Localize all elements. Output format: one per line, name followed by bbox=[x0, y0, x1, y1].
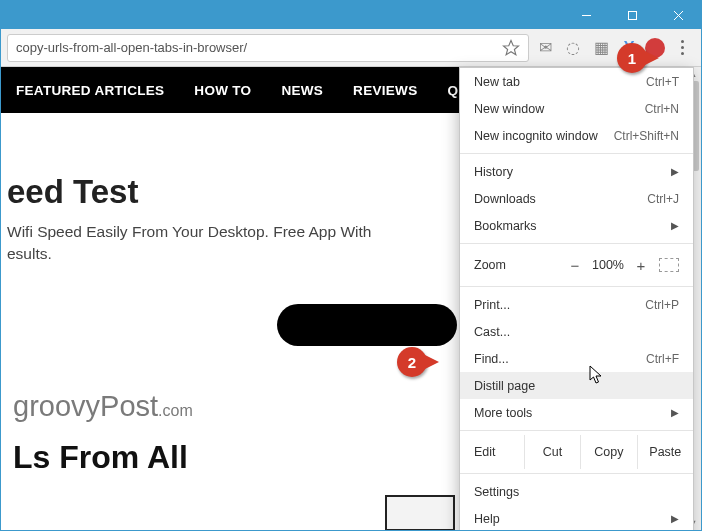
mouse-cursor-icon bbox=[589, 365, 604, 385]
menu-history[interactable]: History▶ bbox=[460, 158, 693, 185]
menu-copy[interactable]: Copy bbox=[580, 435, 636, 469]
bookmark-star-icon[interactable] bbox=[502, 39, 520, 57]
menu-cast[interactable]: Cast... bbox=[460, 318, 693, 345]
close-button[interactable] bbox=[655, 1, 701, 29]
menu-label: Find... bbox=[474, 352, 509, 366]
menu-shortcut: Ctrl+T bbox=[646, 75, 679, 89]
menu-shortcut: Ctrl+N bbox=[645, 102, 679, 116]
nav-featured-articles[interactable]: FEATURED ARTICLES bbox=[1, 83, 179, 98]
zoom-in-button[interactable]: + bbox=[629, 257, 653, 274]
menu-label: New window bbox=[474, 102, 544, 116]
minimize-button[interactable] bbox=[563, 1, 609, 29]
submenu-arrow-icon: ▶ bbox=[671, 407, 679, 418]
menu-label: Help bbox=[474, 512, 500, 526]
menu-new-incognito[interactable]: New incognito windowCtrl+Shift+N bbox=[460, 122, 693, 149]
submenu-arrow-icon: ▶ bbox=[671, 513, 679, 524]
menu-label: New tab bbox=[474, 75, 520, 89]
extension-icon-3[interactable]: ▦ bbox=[589, 36, 613, 60]
svg-rect-1 bbox=[628, 11, 636, 19]
chrome-menu-button[interactable] bbox=[669, 35, 695, 61]
url-text: copy-urls-from-all-open-tabs-in-browser/ bbox=[16, 40, 502, 55]
ad-cta-button[interactable] bbox=[277, 304, 457, 346]
nav-how-to[interactable]: HOW TO bbox=[179, 83, 266, 98]
annotation-callout-2: 2 bbox=[397, 347, 427, 377]
thumbnail-box[interactable] bbox=[385, 495, 455, 531]
menu-more-tools[interactable]: More tools▶ bbox=[460, 399, 693, 426]
window-titlebar bbox=[1, 1, 701, 29]
zoom-label: Zoom bbox=[474, 258, 563, 272]
menu-label: Distill page bbox=[474, 379, 535, 393]
address-bar: copy-urls-from-all-open-tabs-in-browser/… bbox=[1, 29, 701, 67]
submenu-arrow-icon: ▶ bbox=[671, 220, 679, 231]
zoom-out-button[interactable]: − bbox=[563, 257, 587, 274]
menu-label: Downloads bbox=[474, 192, 536, 206]
svg-marker-4 bbox=[504, 40, 519, 54]
menu-help[interactable]: Help▶ bbox=[460, 505, 693, 531]
extension-icon-2[interactable]: ◌ bbox=[561, 36, 585, 60]
menu-zoom-row: Zoom − 100% + bbox=[460, 248, 693, 282]
menu-label: More tools bbox=[474, 406, 532, 420]
menu-label: New incognito window bbox=[474, 129, 598, 143]
submenu-arrow-icon: ▶ bbox=[671, 166, 679, 177]
maximize-button[interactable] bbox=[609, 1, 655, 29]
menu-shortcut: Ctrl+Shift+N bbox=[614, 129, 679, 143]
extension-icon-1[interactable]: ✉ bbox=[533, 36, 557, 60]
chrome-menu-dropdown: New tabCtrl+T New windowCtrl+N New incog… bbox=[459, 67, 694, 531]
menu-downloads[interactable]: DownloadsCtrl+J bbox=[460, 185, 693, 212]
menu-find[interactable]: Find...Ctrl+F bbox=[460, 345, 693, 372]
menu-print[interactable]: Print...Ctrl+P bbox=[460, 291, 693, 318]
nav-news[interactable]: NEWS bbox=[266, 83, 338, 98]
menu-label: Cast... bbox=[474, 325, 510, 339]
ad-subline-2: esults. bbox=[7, 243, 387, 265]
menu-shortcut: Ctrl+F bbox=[646, 352, 679, 366]
menu-label: History bbox=[474, 165, 513, 179]
logo-suffix: .com bbox=[158, 402, 193, 419]
nav-reviews[interactable]: REVIEWS bbox=[338, 83, 432, 98]
menu-distill-page[interactable]: Distill page bbox=[460, 372, 693, 399]
edit-label: Edit bbox=[460, 435, 524, 469]
menu-label: Print... bbox=[474, 298, 510, 312]
fullscreen-icon[interactable] bbox=[659, 258, 679, 272]
ad-subline-1: Wifi Speed Easily From Your Desktop. Fre… bbox=[7, 221, 387, 243]
menu-paste[interactable]: Paste bbox=[637, 435, 693, 469]
menu-label: Bookmarks bbox=[474, 219, 537, 233]
url-input[interactable]: copy-urls-from-all-open-tabs-in-browser/ bbox=[7, 34, 529, 62]
menu-new-window[interactable]: New windowCtrl+N bbox=[460, 95, 693, 122]
menu-cut[interactable]: Cut bbox=[524, 435, 580, 469]
zoom-value: 100% bbox=[587, 258, 629, 272]
menu-shortcut: Ctrl+P bbox=[645, 298, 679, 312]
annotation-callout-1: 1 bbox=[617, 43, 647, 73]
menu-label: Settings bbox=[474, 485, 519, 499]
menu-settings[interactable]: Settings bbox=[460, 478, 693, 505]
menu-bookmarks[interactable]: Bookmarks▶ bbox=[460, 212, 693, 239]
menu-shortcut: Ctrl+J bbox=[647, 192, 679, 206]
menu-new-tab[interactable]: New tabCtrl+T bbox=[460, 68, 693, 95]
logo-text: groovyPost bbox=[13, 390, 158, 422]
menu-edit-row: Edit Cut Copy Paste bbox=[460, 435, 693, 469]
